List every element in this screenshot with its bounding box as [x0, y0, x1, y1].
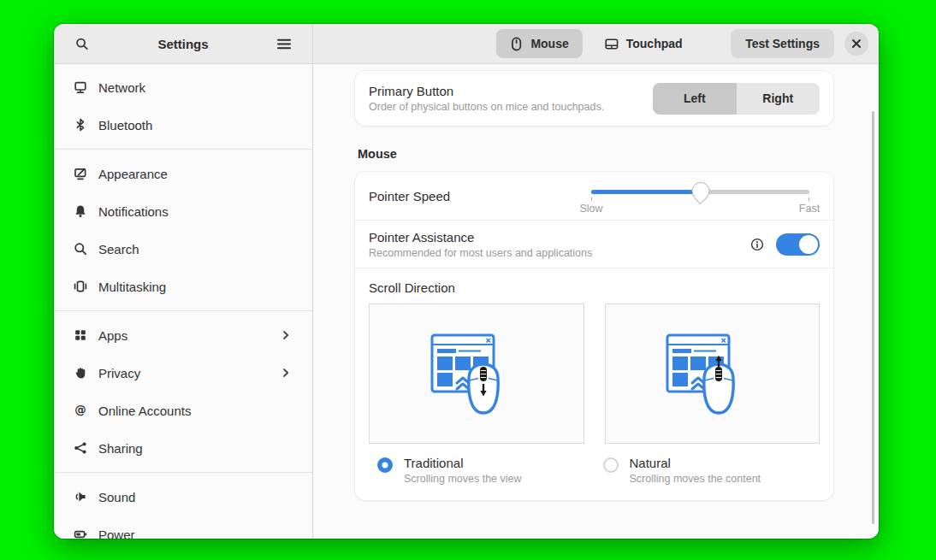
slider-handle[interactable] — [691, 182, 709, 200]
chevron-right-icon — [279, 366, 293, 380]
sidebar-item-notifications[interactable]: Notifications — [54, 192, 312, 230]
view-switcher: Mouse Touchpad — [495, 29, 696, 58]
scroll-up-mouse-icon — [661, 330, 763, 417]
sidebar-item-sound[interactable]: Sound — [54, 478, 312, 516]
appearance-icon — [74, 167, 87, 180]
settings-window: Settings Network — [54, 24, 879, 539]
slider-tick-fast — [809, 197, 809, 201]
scroll-direction-row: Scroll Direction — [355, 268, 833, 500]
pointer-speed-slider[interactable]: Slow Fast — [581, 174, 820, 217]
traditional-scroll-illustration — [369, 304, 584, 444]
sidebar-item-privacy[interactable]: Privacy — [54, 354, 312, 392]
scroll-option-traditional[interactable]: Traditional Scrolling moves the view — [369, 452, 595, 485]
magnifier-icon — [74, 242, 87, 256]
pointer-speed-row: Pointer Speed Slow Fast — [355, 172, 833, 220]
hamburger-menu-icon — [277, 37, 291, 50]
desktop: Settings Network — [0, 0, 936, 560]
app-title: Settings — [96, 37, 270, 51]
multitasking-icon — [74, 280, 87, 293]
pointer-assistance-subtitle: Recommended for most users and applicati… — [369, 247, 592, 259]
primary-button-row: Primary Button Order of physical buttons… — [355, 71, 833, 126]
sidebar-item-power[interactable]: Power — [54, 516, 312, 539]
sidebar-separator — [54, 472, 312, 473]
primary-button-right[interactable]: Right — [737, 83, 820, 115]
share-icon — [74, 441, 87, 455]
battery-icon — [74, 528, 87, 539]
vertical-scrollbar[interactable] — [872, 111, 874, 524]
primary-button-left[interactable]: Left — [653, 83, 737, 115]
sidebar-separator — [54, 149, 312, 150]
toggle-knob — [799, 235, 818, 254]
tab-touchpad-label: Touchpad — [626, 37, 683, 50]
network-icon — [74, 80, 87, 94]
bell-icon — [74, 204, 87, 218]
slider-fill — [591, 190, 701, 194]
scroll-down-mouse-icon — [425, 330, 528, 417]
info-icon[interactable] — [750, 238, 764, 251]
sidebar-item-apps[interactable]: Apps — [54, 316, 312, 354]
scroll-direction-label: Scroll Direction — [355, 268, 833, 304]
sidebar-header: Settings — [54, 24, 312, 64]
slider-max-label: Fast — [799, 203, 820, 215]
tab-mouse[interactable]: Mouse — [495, 29, 582, 58]
tab-touchpad[interactable]: Touchpad — [591, 29, 696, 58]
apps-grid-icon — [74, 328, 87, 342]
speaker-icon — [74, 490, 87, 504]
at-sign-icon: @ — [74, 404, 87, 417]
radio-traditional[interactable] — [377, 457, 393, 473]
bluetooth-icon — [74, 118, 87, 132]
main-headerbar: Mouse Touchpad Test Settings — [313, 24, 879, 64]
sidebar-separator — [54, 310, 312, 311]
section-title-mouse: Mouse — [358, 147, 833, 161]
settings-page: Primary Button Order of physical buttons… — [313, 64, 879, 539]
test-settings-button[interactable]: Test Settings — [731, 29, 834, 58]
primary-button-toggle-group: Left Right — [653, 83, 820, 115]
slider-tick-slow — [591, 197, 592, 201]
sidebar-list: Network Bluetooth Appearance — [54, 64, 312, 539]
close-window-button[interactable] — [844, 32, 868, 56]
svg-text:@: @ — [74, 404, 86, 416]
mouse-icon — [509, 37, 523, 50]
sidebar-item-sharing[interactable]: Sharing — [54, 429, 312, 467]
mouse-settings-card: Pointer Speed Slow Fast — [355, 172, 833, 500]
pointer-assistance-title: Pointer Assistance — [369, 230, 592, 245]
search-icon — [75, 37, 89, 50]
hand-icon — [74, 366, 87, 380]
headerbar-right: Test Settings — [731, 29, 868, 58]
pointer-speed-label: Pointer Speed — [369, 189, 450, 203]
sidebar-item-network[interactable]: Network — [54, 68, 312, 106]
chevron-right-icon — [279, 328, 293, 342]
touchpad-icon — [605, 37, 619, 50]
tab-mouse-label: Mouse — [530, 37, 568, 50]
primary-button-subtitle: Order of physical buttons on mice and to… — [369, 101, 604, 113]
slider-min-label: Slow — [579, 203, 602, 215]
sidebar-item-search[interactable]: Search — [54, 230, 312, 268]
primary-button-title: Primary Button — [369, 84, 604, 98]
natural-scroll-illustration — [605, 304, 820, 444]
sidebar-item-multitasking[interactable]: Multitasking — [54, 268, 312, 305]
sidebar-item-appearance[interactable]: Appearance — [54, 155, 312, 192]
pointer-assistance-toggle[interactable] — [776, 233, 820, 256]
main-pane: Mouse Touchpad Test Settings — [313, 24, 879, 539]
sidebar-item-online-accounts[interactable]: @ Online Accounts — [54, 392, 312, 429]
pointer-assistance-row: Pointer Assistance Recommended for most … — [355, 220, 833, 268]
radio-natural[interactable] — [603, 457, 619, 473]
sidebar-item-bluetooth[interactable]: Bluetooth — [54, 106, 312, 144]
search-button[interactable] — [68, 30, 96, 57]
main-menu-button[interactable] — [270, 30, 298, 57]
scroll-option-natural[interactable]: Natural Scrolling moves the content — [595, 452, 820, 485]
sidebar: Settings Network — [54, 24, 313, 539]
close-icon — [850, 37, 863, 50]
